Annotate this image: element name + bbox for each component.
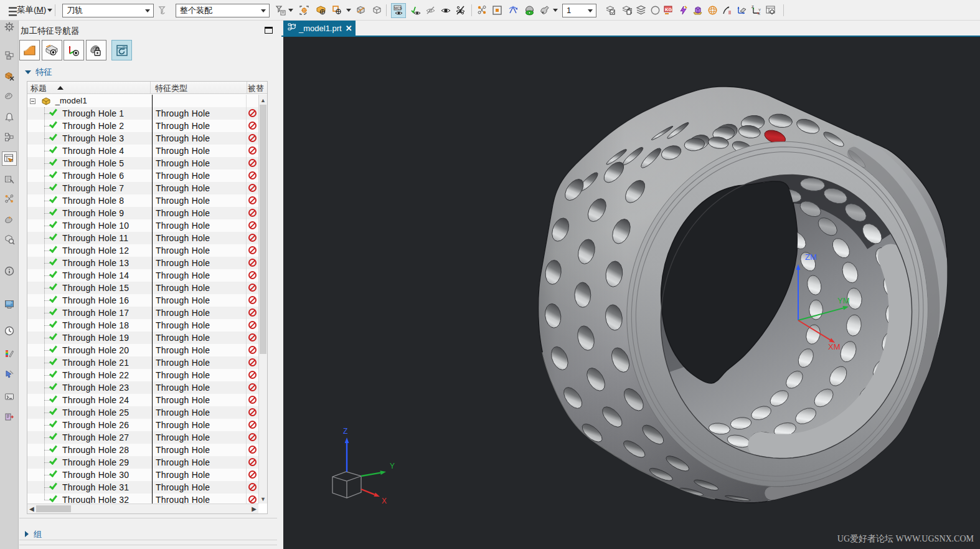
svg-text:XM: XM (828, 342, 841, 351)
svg-text:ZM: ZM (805, 252, 817, 262)
svg-text:X: X (382, 497, 387, 505)
svg-text:X: X (758, 12, 760, 16)
svg-text:Z: Z (343, 427, 347, 436)
svg-text:MCS: MCS (395, 6, 403, 10)
svg-text:YM: YM (837, 296, 850, 305)
svg-text:UG爱好者论坛 WWW.UGSNX.COM: UG爱好者论坛 WWW.UGSNX.COM (837, 534, 974, 543)
svg-text:Y: Y (390, 462, 395, 470)
svg-text:KG: KG (665, 7, 672, 12)
